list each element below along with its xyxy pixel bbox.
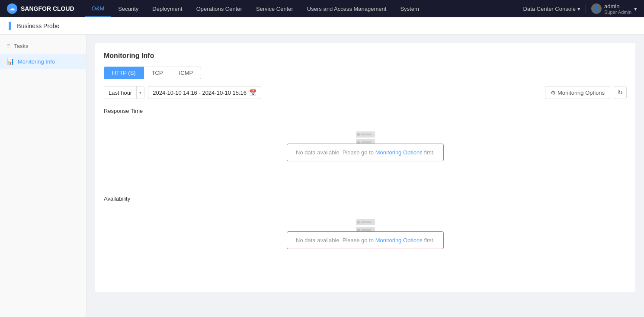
refresh-button[interactable]: ↻ [614, 86, 627, 99]
tab-tcp[interactable]: TCP [144, 67, 171, 79]
nav-divider [586, 4, 586, 13]
datetime-range-text: 2024-10-10 14:16 - 2024-10-10 15:16 [153, 90, 247, 96]
tab-https[interactable]: HTTP (S) [104, 67, 144, 79]
sidebar: ≡ Tasks 📊 Monitoring Info [0, 35, 87, 317]
svg-rect-10 [361, 221, 372, 223]
availability-no-data-text: No data available. Please go to [296, 237, 375, 243]
breadcrumb-bar: ▌ Business Probe [0, 17, 644, 35]
top-menu: O&M Security Deployment Operations Cente… [85, 0, 523, 17]
response-time-section: Response Time [104, 108, 627, 187]
top-navigation: ☁ SANGFOR CLOUD O&M Security Deployment … [0, 0, 644, 17]
content-area: Monitoring Info HTTP (S) TCP ICMP Last h… [87, 35, 644, 317]
breadcrumb-icon: ▌ [9, 22, 13, 30]
nav-item-security[interactable]: Security [111, 0, 145, 17]
panel-title: Monitoring Info [104, 52, 627, 60]
availability-no-data-box: No data available. Please go to Monitori… [287, 231, 444, 249]
topnav-right: Data Center Console ▾ 👤 admin Super Admi… [523, 3, 637, 15]
user-role: Super Admin [604, 10, 631, 15]
toolbar-right: ⚙ Monitoring Options ↻ [545, 86, 627, 99]
response-time-chart: No data available. Please go to Monitori… [104, 118, 627, 187]
sidebar-item-tasks[interactable]: ≡ Tasks [0, 38, 86, 54]
availability-monitoring-options-link[interactable]: Monitoring Options [375, 237, 423, 243]
refresh-icon: ↻ [618, 89, 623, 96]
time-selector[interactable]: Last hour ▾ [104, 86, 144, 99]
tab-bar: HTTP (S) TCP ICMP [104, 67, 627, 79]
svg-rect-2 [361, 134, 372, 135]
content-panel: Monitoring Info HTTP (S) TCP ICMP Last h… [95, 43, 635, 292]
tasks-icon: ≡ [7, 42, 10, 49]
response-time-title: Response Time [104, 108, 627, 114]
monitoring-options-button[interactable]: ⚙ Monitoring Options [545, 86, 610, 99]
logo: ☁ SANGFOR CLOUD [7, 3, 74, 14]
sidebar-item-monitoring-info[interactable]: 📊 Monitoring Info [0, 54, 86, 69]
availability-section: Availability [104, 195, 627, 275]
console-label: Data Center Console [523, 6, 576, 12]
user-menu[interactable]: 👤 admin Super Admin ▾ [591, 3, 637, 15]
logo-icon: ☁ [7, 3, 17, 14]
svg-rect-13 [361, 229, 372, 231]
sidebar-item-monitoring-label: Monitoring Info [18, 58, 55, 65]
availability-chart: No data available. Please go to Monitori… [104, 205, 627, 275]
datetime-range-picker[interactable]: 2024-10-10 14:16 - 2024-10-10 15:16 📅 [148, 86, 261, 99]
response-time-no-data-suffix: first. [423, 149, 435, 156]
sidebar-item-tasks-label: Tasks [14, 43, 28, 49]
svg-point-9 [357, 221, 360, 224]
user-dropdown-icon: ▾ [634, 6, 637, 12]
tab-icmp[interactable]: ICMP [171, 67, 202, 79]
user-name: admin [604, 3, 631, 10]
gear-icon: ⚙ [551, 90, 556, 96]
user-details: admin Super Admin [604, 3, 631, 15]
nav-item-operations-center[interactable]: Operations Center [189, 0, 249, 17]
nav-item-deployment[interactable]: Deployment [145, 0, 189, 17]
logo-text: SANGFOR CLOUD [21, 5, 74, 12]
monitoring-options-label: Monitoring Options [557, 90, 605, 96]
response-time-no-data-text: No data available. Please go to [296, 149, 375, 156]
main-layout: ≡ Tasks 📊 Monitoring Info Monitoring Inf… [0, 35, 644, 317]
time-selector-arrow-icon: ▾ [136, 86, 144, 99]
console-dropdown-icon: ▾ [577, 6, 580, 12]
time-selector-label: Last hour [104, 86, 136, 99]
calendar-icon: 📅 [249, 89, 256, 96]
response-time-monitoring-options-link[interactable]: Monitoring Options [375, 149, 423, 156]
breadcrumb-text: Business Probe [17, 22, 59, 29]
svg-point-1 [357, 133, 360, 136]
response-time-no-data-box: No data available. Please go to Monitori… [287, 144, 444, 161]
console-selector[interactable]: Data Center Console ▾ [523, 6, 580, 12]
availability-no-data-suffix: first. [423, 237, 435, 243]
monitoring-icon: 📊 [7, 58, 14, 65]
toolbar: Last hour ▾ 2024-10-10 14:16 - 2024-10-1… [104, 86, 627, 99]
nav-item-service-center[interactable]: Service Center [249, 0, 300, 17]
availability-title: Availability [104, 195, 627, 202]
nav-item-system[interactable]: System [393, 0, 426, 17]
avatar: 👤 [591, 3, 602, 14]
nav-item-om[interactable]: O&M [85, 0, 112, 17]
svg-rect-5 [361, 141, 372, 143]
nav-item-users-access[interactable]: Users and Access Management [300, 0, 394, 17]
